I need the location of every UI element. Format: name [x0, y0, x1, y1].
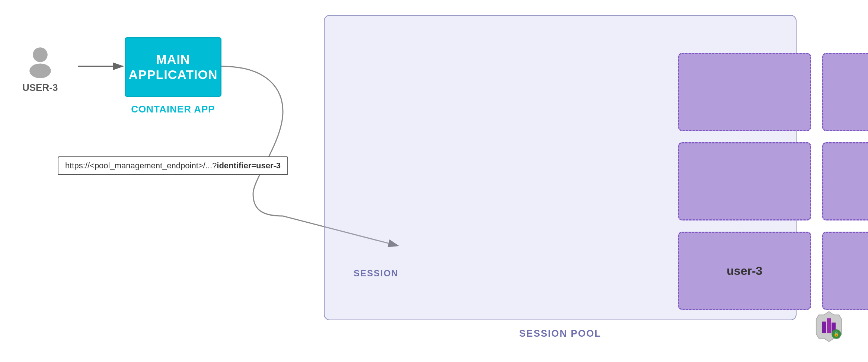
url-bold: identifier=user-3 [217, 161, 281, 170]
url-box: https://<pool_management_endpoint>/...?i… [58, 156, 288, 175]
svg-rect-7 [827, 318, 831, 334]
session-cell-7: user-3 [678, 232, 811, 310]
session-cell-1 [678, 53, 811, 131]
main-app-box: MAIN APPLICATION [125, 37, 221, 97]
azure-icon: 🔒 [812, 310, 846, 343]
diagram: USER-3 MAIN APPLICATION CONTAINER APP ht… [0, 0, 868, 362]
session-pool-label: SESSION POOL [324, 328, 797, 339]
session-grid: user-2 user-7 user-3 [667, 42, 868, 321]
user-label: USER-3 [22, 82, 58, 93]
svg-point-3 [33, 47, 48, 62]
session-label: SESSION [354, 268, 399, 279]
session-cell-4 [678, 142, 811, 220]
session-cell-5 [822, 142, 868, 220]
svg-point-4 [29, 63, 51, 78]
main-app-label: MAIN APPLICATION [129, 52, 218, 82]
user-avatar [23, 45, 57, 78]
user-section: USER-3 [22, 45, 58, 93]
container-app-label: CONTAINER APP [125, 104, 221, 115]
svg-text:🔒: 🔒 [833, 331, 839, 337]
session-cell-2: user-2 [822, 53, 868, 131]
session-cell-8 [822, 232, 868, 310]
svg-rect-6 [822, 322, 826, 334]
url-prefix: https://<pool_management_endpoint>/...? [65, 161, 217, 170]
